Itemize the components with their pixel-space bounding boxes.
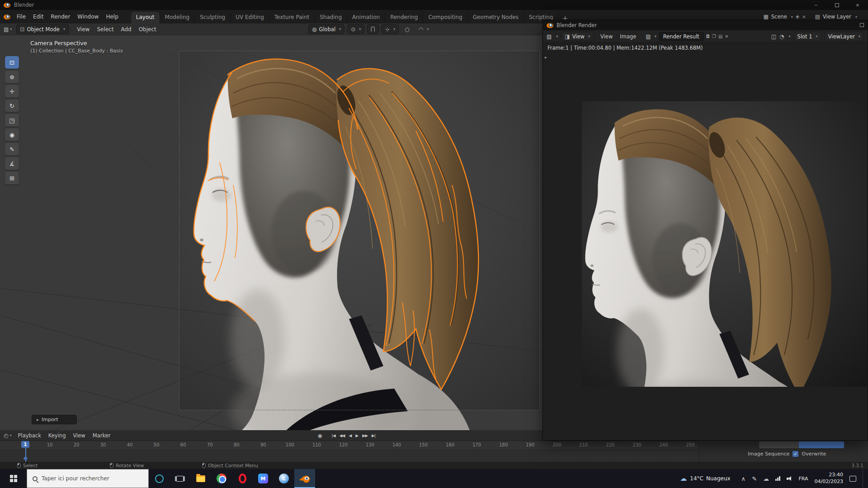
language-indicator[interactable]: FRA <box>799 476 808 482</box>
paint-app-button[interactable]: M <box>253 469 274 488</box>
image-browse-button[interactable]: ▨ <box>646 33 651 40</box>
tray-expand-chevron[interactable]: ∧ <box>741 475 746 482</box>
network-tray-icon[interactable] <box>775 476 780 481</box>
tweak-select-tool[interactable]: ⊡ <box>5 56 19 69</box>
workspace-tab-sculpting[interactable]: Sculpting <box>195 12 231 23</box>
render-window-maximize-button[interactable] <box>860 22 864 28</box>
editor-type-button[interactable]: ▧ <box>4 26 9 33</box>
orientation-dropdown[interactable]: ◍ Global▾ <box>308 24 344 34</box>
slot-dropdown[interactable]: Slot 1▾ <box>794 32 821 41</box>
volume-tray-icon[interactable] <box>787 476 793 481</box>
weather-temp[interactable]: 14°C <box>690 475 703 482</box>
new-scene-button[interactable]: ✚ <box>796 14 799 19</box>
display-settings-icon[interactable]: ◔ <box>779 33 784 40</box>
clock[interactable]: 23:40 04/02/2023 <box>815 472 843 485</box>
image-editor-mode-dropdown[interactable]: ◨ View▾ <box>561 32 594 41</box>
workspace-tab-rendering[interactable]: Rendering <box>385 12 423 23</box>
falloff-dropdown[interactable]: ◠▾ <box>415 24 432 34</box>
timeline-menu-view[interactable]: View <box>69 431 89 441</box>
jump-prev-keyframe-button[interactable]: ◀◀ <box>338 433 346 438</box>
pen-tray-icon[interactable]: ✎ <box>752 475 757 482</box>
viewport-menu-view[interactable]: View <box>73 24 93 34</box>
close-button[interactable]: ✕ <box>847 0 868 10</box>
add-cube-tool[interactable]: ⊞ <box>5 172 19 184</box>
workspace-tab-geometry-nodes[interactable]: Geometry Nodes <box>468 12 524 23</box>
menu-render[interactable]: Render <box>47 12 74 22</box>
play-reverse-button[interactable]: ◀ <box>347 433 353 438</box>
menu-edit[interactable]: Edit <box>29 12 47 22</box>
workspace-tab-texture-paint[interactable]: Texture Paint <box>269 12 315 23</box>
auto-key-button[interactable]: ● <box>316 433 324 439</box>
menu-help[interactable]: Help <box>102 12 122 22</box>
workspace-tab-modeling[interactable]: Modeling <box>160 12 195 23</box>
menu-file[interactable]: File <box>13 12 29 22</box>
character-model-selected[interactable] <box>190 50 520 430</box>
minimize-button[interactable]: ─ <box>806 0 826 10</box>
opera-button[interactable] <box>232 469 253 488</box>
image-editor-menu-view[interactable]: View <box>597 32 616 42</box>
channels-icon[interactable]: ◫ <box>771 33 776 40</box>
playhead[interactable]: 1 <box>25 441 26 462</box>
rotate-tool[interactable]: ↻ <box>5 99 19 112</box>
search-input[interactable]: Taper ici pour rechercher <box>27 469 149 488</box>
new-image-button[interactable]: ❐ <box>712 34 716 39</box>
operator-panel[interactable]: ▸ Import <box>32 415 77 424</box>
pivot-dropdown[interactable]: ⊙▾ <box>347 24 364 34</box>
fake-user-toggle[interactable]: ◘ <box>706 34 710 39</box>
onedrive-tray-icon[interactable]: ☁ <box>763 475 769 482</box>
render-window-titlebar[interactable]: Blender Render <box>543 20 868 30</box>
move-tool[interactable]: ✛ <box>5 85 19 98</box>
view-layer-selector[interactable]: View Layer <box>823 14 851 20</box>
workspace-tab-layout[interactable]: Layout <box>131 12 160 23</box>
viewport-menu-select[interactable]: Select <box>93 24 117 34</box>
action-center-icon[interactable] <box>849 476 856 482</box>
cortana-button[interactable] <box>149 469 170 488</box>
output-slider[interactable] <box>759 441 844 448</box>
task-view-button[interactable] <box>170 469 190 488</box>
workspace-tab-compositing[interactable]: Compositing <box>423 12 467 23</box>
transform-tool[interactable]: ◉ <box>5 128 19 141</box>
clip-app-button[interactable]: C <box>274 469 294 488</box>
open-image-button[interactable]: ▤ <box>718 34 722 39</box>
blender-menu-icon[interactable] <box>4 14 10 19</box>
proportional-editing-toggle[interactable]: ○ <box>401 24 412 34</box>
jump-to-start-button[interactable]: |◀ <box>330 433 337 438</box>
annotate-tool[interactable]: ✎ <box>5 143 19 155</box>
menu-window[interactable]: Window <box>74 12 102 22</box>
maximize-button[interactable] <box>826 0 847 10</box>
file-explorer-button[interactable] <box>190 469 211 488</box>
timeline-menu-playback[interactable]: Playback <box>14 431 45 441</box>
scale-tool[interactable]: ◳ <box>5 114 19 127</box>
image-name-field[interactable]: Render Result <box>659 32 704 41</box>
render-window[interactable]: Blender Render ▨▾ ◨ View▾ ViewImage ▨▾ R… <box>542 20 868 441</box>
viewport-menu-object[interactable]: Object <box>135 24 160 34</box>
measure-tool[interactable]: ∡ <box>5 157 19 170</box>
workspace-tab-animation[interactable]: Animation <box>347 12 385 23</box>
cursor-tool[interactable]: ⊕ <box>5 70 19 83</box>
timeline-editor-type-button[interactable]: ◴ <box>4 432 8 439</box>
snap-target-dropdown[interactable]: ⊹▾ <box>382 24 399 34</box>
jump-next-keyframe-button[interactable]: ▶▶ <box>361 433 369 438</box>
chrome-button[interactable] <box>211 469 232 488</box>
timeline-menu-marker[interactable]: Marker <box>89 431 114 441</box>
play-button[interactable]: ▶ <box>354 433 359 438</box>
image-editor-menu-image[interactable]: Image <box>616 32 640 42</box>
viewlayer-dropdown[interactable]: ViewLayer▾ <box>825 32 864 41</box>
workspace-tab-uv-editing[interactable]: UV Editing <box>231 12 269 23</box>
image-editor-type-button[interactable]: ▨ <box>547 33 552 40</box>
viewport-menu-add[interactable]: Add <box>117 24 135 34</box>
mode-dropdown[interactable]: ⊡ Object Mode▾ <box>16 24 69 34</box>
timeline-menu-keying[interactable]: Keying <box>45 431 70 441</box>
region-expand-arrow[interactable]: ▸ <box>545 55 547 60</box>
jump-to-end-button[interactable]: ▶| <box>370 433 377 438</box>
snap-toggle[interactable]: ⋃ <box>367 24 379 34</box>
blender-app-button[interactable] <box>294 469 315 488</box>
weather-label[interactable]: Nuageux <box>706 475 731 482</box>
start-button[interactable] <box>0 469 27 488</box>
unlink-scene-button[interactable]: ✕ <box>802 14 806 19</box>
workspace-tab-shading[interactable]: Shading <box>315 12 347 23</box>
show-desktop-button[interactable] <box>863 469 865 488</box>
unlink-image-button[interactable]: ✕ <box>725 34 728 39</box>
scene-selector[interactable]: Scene <box>771 14 787 20</box>
overwrite-checkbox[interactable]: ✓ <box>793 451 798 457</box>
